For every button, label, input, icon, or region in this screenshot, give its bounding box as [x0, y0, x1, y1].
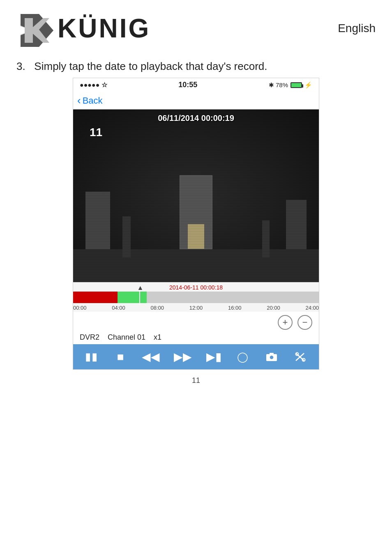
chevron-left-icon: ‹ — [77, 94, 81, 107]
zoom-in-icon: + — [283, 317, 288, 328]
info-row: DVR2 Channel 01 x1 — [73, 331, 319, 344]
speed-label: x1 — [154, 333, 161, 342]
building-right — [286, 200, 307, 249]
timeline-labels: 00:00 04:00 08:00 12:00 16:00 20:00 24:0… — [73, 304, 319, 312]
timeline-tooltip: 2014-06-11 00:00:18 — [73, 283, 319, 291]
battery-area: ✱ 78% ⚡ — [269, 81, 312, 89]
palm-left — [122, 216, 131, 257]
instruction-body: Simply tap the date to playback that day… — [34, 60, 267, 72]
pause-button[interactable]: ▮▮ — [84, 350, 99, 363]
timeline-area[interactable]: 2014-06-11 00:00:18 ▲ 00:00 04:00 08:00 … — [73, 282, 319, 312]
clock: 10:55 — [178, 81, 197, 89]
zoom-out-button[interactable]: − — [297, 315, 312, 330]
camera-button[interactable] — [264, 352, 279, 362]
scissors-icon — [295, 352, 306, 362]
status-bar: ●●●●● ☆ 10:55 ✱ 78% ⚡ — [73, 78, 319, 92]
playback-bar: ▮▮ ■ ◀◀ ▶▶ ▶▮ ◯ — [73, 344, 319, 369]
ground — [73, 249, 319, 282]
charging-icon: ⚡ — [304, 81, 312, 89]
bluetooth-icon: ✱ — [269, 81, 274, 89]
snapshot-button[interactable]: ◯ — [235, 351, 250, 363]
cctv-scene — [73, 109, 319, 282]
video-number: 11 — [90, 126, 102, 139]
svg-point-4 — [270, 355, 274, 359]
back-button[interactable]: ‹ Back — [77, 94, 312, 107]
timeline-label-4: 16:00 — [228, 305, 242, 311]
page-number: 11 — [0, 370, 392, 388]
dvr-label: DVR2 — [80, 333, 99, 342]
zoom-in-button[interactable]: + — [278, 315, 293, 330]
phone-wrapper: ●●●●● ☆ 10:55 ✱ 78% ⚡ ‹ Back — [16, 78, 376, 370]
back-nav: ‹ Back — [73, 92, 319, 109]
building-door — [188, 224, 204, 249]
timeline-position-marker — [139, 290, 140, 305]
timeline-label-3: 12:00 — [189, 305, 203, 311]
video-timestamp: 06/11/2014 00:00:19 — [158, 114, 234, 123]
timeline-red-segment — [73, 292, 118, 303]
timeline-label-0: 00:00 — [73, 305, 87, 311]
timeline-green-segment — [118, 292, 147, 303]
signal-indicator: ●●●●● ☆ — [80, 81, 107, 89]
header: KÜNIG English — [0, 0, 392, 51]
timeline-label-2: 08:00 — [150, 305, 164, 311]
timeline-track[interactable]: ▲ — [73, 292, 319, 303]
battery-bar — [291, 82, 302, 88]
zoom-out-icon: − — [302, 317, 308, 328]
logo-text: KÜNIG — [58, 13, 150, 44]
channel-label: Channel 01 — [108, 333, 145, 342]
svg-rect-5 — [270, 353, 274, 354]
back-label: Back — [83, 95, 103, 106]
next-frame-button[interactable]: ▶▮ — [206, 350, 221, 364]
palm-right — [262, 220, 270, 257]
cut-button[interactable] — [293, 352, 308, 362]
building-center — [180, 175, 212, 249]
timeline-label-6: 24:00 — [305, 305, 319, 311]
building-left — [85, 192, 110, 249]
instruction-number: 3. — [16, 60, 25, 72]
battery-percentage: 78% — [276, 81, 288, 88]
camera-icon — [266, 352, 277, 362]
phone-screen: ●●●●● ☆ 10:55 ✱ 78% ⚡ ‹ Back — [73, 78, 319, 370]
language-label: English — [338, 22, 376, 35]
rewind-button[interactable]: ◀◀ — [142, 350, 160, 364]
stop-button[interactable]: ■ — [113, 350, 128, 364]
timeline-label-5: 20:00 — [267, 305, 280, 311]
konig-logo-icon — [16, 10, 53, 47]
timeline-label-1: 04:00 — [112, 305, 125, 311]
logo-area: KÜNIG — [16, 10, 150, 47]
zoom-controls: + − — [73, 312, 319, 331]
instruction-text: 3. Simply tap the date to playback that … — [0, 51, 392, 78]
fast-forward-button[interactable]: ▶▶ — [174, 350, 192, 364]
video-player: 06/11/2014 00:00:19 11 — [73, 109, 319, 282]
